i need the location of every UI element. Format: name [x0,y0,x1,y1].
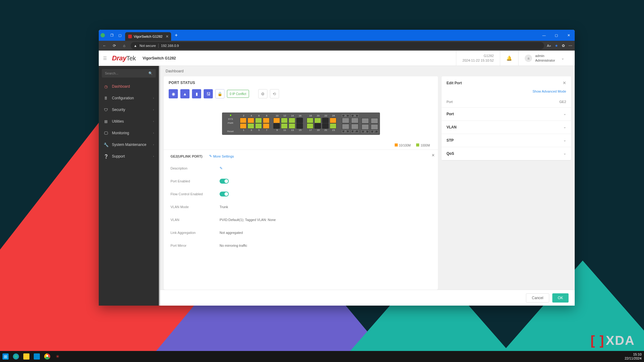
taskbar-notes-icon[interactable] [34,353,40,360]
window-close-button[interactable]: ✕ [562,30,575,41]
nav-back-button[interactable]: ← [101,44,108,48]
accordion-section[interactable]: STP⌄ [442,134,571,147]
more-settings-link[interactable]: ✎ More Settings [209,154,234,158]
nav-home-button[interactable]: ⌂ [121,44,128,48]
ok-button[interactable]: OK [552,293,569,303]
switch-port[interactable] [240,118,247,123]
switch-port[interactable] [281,118,288,123]
toolbar-lock-button[interactable]: 🔒 [215,89,224,98]
cancel-button[interactable]: Cancel [526,293,549,303]
switch-port[interactable] [255,118,262,123]
sidebar-item-dashboard[interactable]: ◷ Dashboard [99,81,159,92]
help-icon: ❔ [104,154,108,159]
sfp-port[interactable] [351,124,358,129]
sfp-port[interactable] [351,118,358,123]
traffic-light-icon[interactable] [101,33,105,37]
watermark-xda: [ ]XDA [591,333,635,348]
accordion-section[interactable]: QoS⌄ [442,147,571,160]
sfp-port[interactable] [362,118,369,124]
pencil-icon: ✎ [209,154,212,158]
switch-port[interactable] [296,123,303,129]
switch-port[interactable] [273,123,280,129]
tab-close-icon[interactable]: ✕ [166,34,169,39]
sidebar-toggle-button[interactable]: ☰ [103,56,107,61]
taskbar-files-icon[interactable] [23,353,29,360]
detail-label: VLAN [171,218,220,222]
switch-port[interactable] [314,118,321,123]
toolbar-gear-button[interactable]: ⚙ [258,89,267,98]
tab-overview-icon[interactable]: ❐ [110,33,113,37]
nav-refresh-button[interactable]: ⟳ [111,44,118,48]
switch-port[interactable] [322,123,329,129]
close-icon[interactable]: ✕ [431,153,435,158]
sfp-port[interactable] [342,124,349,129]
detail-label: Flow Control Enabled [171,192,220,196]
extensions-icon[interactable]: ✿ [562,44,565,48]
toolbar-record-button[interactable]: ◉ [169,89,178,98]
pencil-icon[interactable]: ✎ [220,166,223,170]
sidebar-item-system-maintenance[interactable]: 🔧 System Maintenance › [99,139,159,151]
url-field[interactable]: ▲ Not secure 192.168.0.9 [131,42,544,49]
bell-icon[interactable]: 🔔 [506,55,512,61]
switch-port[interactable] [307,118,313,123]
sidebar-item-configuration[interactable]: 🎚 Configuration › [99,92,159,104]
sfp-port[interactable] [371,118,378,124]
toolbar-refresh-button[interactable]: ⟲ [270,89,279,98]
taskbar: ⊞ ✳ 15:10 22/11/2024 [0,351,644,362]
start-button[interactable]: ⊞ [2,353,9,360]
toolbar-save-button[interactable]: 🖫 [204,89,213,98]
toggle-switch[interactable] [220,192,229,196]
taskbar-app-icon[interactable]: ✳ [55,353,61,360]
sidebar-item-support[interactable]: ❔ Support › [99,151,159,162]
switch-port[interactable] [255,123,262,129]
tab-split-icon[interactable]: ▢ [118,33,121,37]
taskbar-chrome-icon[interactable] [44,353,50,360]
accordion-section[interactable]: Port⌄ [442,108,571,121]
accordion-section[interactable]: VLAN⌄ [442,121,571,134]
switch-port[interactable] [247,118,254,123]
switch-port[interactable] [281,123,288,129]
new-tab-button[interactable]: + [175,32,178,38]
close-icon[interactable]: ✕ [563,81,566,85]
window-maximize-button[interactable]: ▢ [550,30,562,41]
menu-icon[interactable]: ⋯ [569,44,572,48]
ip-conflict-badge[interactable]: 0 IP Conflict [227,90,249,98]
switch-port[interactable] [314,123,321,129]
switch-port[interactable] [307,123,313,129]
switch-port[interactable] [330,118,336,123]
taskbar-edge-icon[interactable] [13,353,19,360]
switch-port[interactable] [263,118,270,123]
dashboard-icon: ◷ [104,84,108,89]
sfp-port[interactable] [342,118,349,123]
toolbar-alert-button[interactable]: ▲ [180,89,190,98]
switch-port[interactable] [289,123,295,129]
switch-port[interactable] [247,123,254,129]
chevron-right-icon: › [153,97,154,100]
browser-tab[interactable]: VigorSwitch G1282 ✕ [125,32,171,41]
sfp-port[interactable] [362,124,369,130]
show-advanced-link[interactable]: Show Advanced Mode [442,90,571,96]
switch-port[interactable] [330,123,336,129]
sidebar-item-utilities[interactable]: ⊞ Utilities › [99,116,159,127]
user-menu[interactable]: a admin Administrator ⌄ [518,51,570,66]
favorite-icon[interactable]: ★ [555,44,558,48]
switch-port[interactable] [263,123,270,129]
switch-port[interactable] [240,123,247,129]
switch-port[interactable] [289,118,295,123]
window-minimize-button[interactable]: — [538,30,550,41]
switch-port[interactable] [322,118,329,123]
toolbar-device-button[interactable]: ▮ [192,89,201,98]
switch-port[interactable] [296,118,303,123]
sidebar-item-monitoring[interactable]: 🖵 Monitoring › [99,127,159,139]
switch-port[interactable] [273,118,280,123]
device-info: G1282 2024-11-22 15:10:52 [462,54,494,63]
chevron-right-icon: › [153,155,154,158]
model-label: VigorSwitch G1282 [143,56,176,60]
system-tray[interactable]: 15:10 22/11/2024 [625,352,642,360]
search-input[interactable]: Search... 🔍 [102,69,156,78]
sfp-port[interactable] [371,124,378,130]
read-aloud-icon[interactable]: A» [547,44,551,48]
sidebar-item-security[interactable]: 🛡 Security › [99,104,159,116]
toggle-switch[interactable] [220,179,229,184]
detail-value: No mirroring traffic [220,244,247,247]
